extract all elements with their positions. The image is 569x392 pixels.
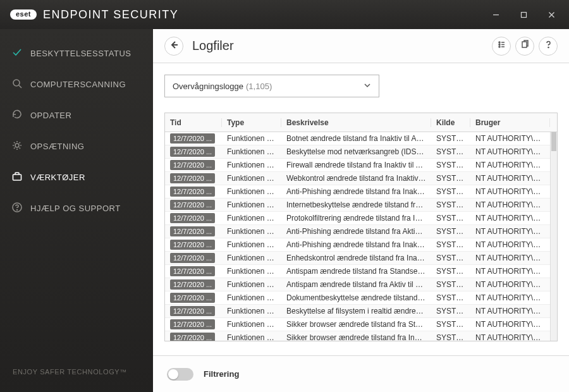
cell-beskrivelse: Beskyttelse af filsystem i realtid ændre… [281,307,431,315]
cell-beskrivelse: Webkontrol ændrede tilstand fra Inaktiv … [281,174,431,183]
cell-tid: 12/7/2020 ... [165,200,222,210]
col-beskrivelse[interactable]: Beskrivelse [281,118,431,127]
svg-point-5 [17,210,18,211]
table-row[interactable]: 12/7/2020 ...Funktionen er ...Antispam æ… [165,278,557,291]
col-type[interactable]: Type [222,118,281,127]
cell-kilde: SYSTEM [431,174,470,183]
cell-tid: 12/7/2020 ... [165,279,222,290]
svg-point-10 [548,47,548,47]
help-button[interactable] [539,37,558,56]
table-body: 12/7/2020 ...Funktionen er ...Botnet ænd… [165,132,557,341]
close-button[interactable] [537,0,565,29]
briefcase-icon [11,171,23,184]
cell-kilde: SYSTEM [431,200,470,209]
cell-tid: 12/7/2020 ... [165,333,222,341]
svg-point-1 [13,80,20,86]
filtering-toggle[interactable] [167,368,193,381]
question-icon [544,40,553,52]
sidebar-item-protection-status[interactable]: BESKYTTELSESSTATUS [0,38,153,69]
cell-kilde: SYSTEM [431,147,470,156]
cell-beskrivelse: Anti-Phishing ændrede tilstand fra Inakt… [281,240,431,249]
sidebar-item-label: VÆRKTØJER [30,173,85,182]
cell-bruger: NT AUTHORITY\SYSTEM [470,187,550,196]
arrow-left-icon [169,40,178,52]
table-header: Tid Type Beskrivelse Kilde Bruger [165,113,557,132]
cell-bruger: NT AUTHORITY\SYSTEM [470,200,550,209]
cell-type: Funktionen er ... [222,267,281,276]
cell-tid: 12/7/2020 ... [165,253,222,263]
cell-bruger: NT AUTHORITY\SYSTEM [470,161,550,169]
cell-kilde: SYSTEM [431,307,470,315]
cell-kilde: SYSTEM [431,293,470,302]
maximize-button[interactable] [510,0,537,29]
cell-bruger: NT AUTHORITY\SYSTEM [470,333,550,341]
table-row[interactable]: 12/7/2020 ...Funktionen er ...Anti-Phish… [165,225,557,238]
table-row[interactable]: 12/7/2020 ...Funktionen er ...Protokolfi… [165,212,557,225]
cell-bruger: NT AUTHORITY\SYSTEM [470,267,550,276]
cell-tid: 12/7/2020 ... [165,240,222,250]
sidebar: BESKYTTELSESSTATUS COMPUTERSCANNING OPDA… [0,29,153,392]
table-row[interactable]: 12/7/2020 ...Funktionen er ...Antispam æ… [165,265,557,278]
magnifier-icon [11,78,23,91]
cell-bruger: NT AUTHORITY\SYSTEM [470,320,550,329]
scrollbar[interactable] [550,132,557,341]
table-row[interactable]: 12/7/2020 ...Funktionen er ...Sikker bro… [165,318,557,331]
sidebar-item-label: BESKYTTELSESSTATUS [30,49,132,58]
table-row[interactable]: 12/7/2020 ...Funktionen er ...Sikker bro… [165,331,557,341]
window-titlebar: eset ENDPOINT SECURITY [0,0,569,29]
footer-bar: Filtrering [153,355,569,392]
cell-tid: 12/7/2020 ... [165,266,222,276]
cell-bruger: NT AUTHORITY\SYSTEM [470,307,550,315]
table-row[interactable]: 12/7/2020 ...Funktionen er ...Botnet ænd… [165,132,557,145]
table-row[interactable]: 12/7/2020 ...Funktionen er ...Beskyttels… [165,145,557,159]
cell-tid: 12/7/2020 ... [165,147,222,157]
copy-button[interactable] [515,37,534,56]
table-row[interactable]: 12/7/2020 ...Funktionen er ...Firewall æ… [165,159,557,172]
svg-point-7 [499,44,500,46]
cell-beskrivelse: Enhedskontrol ændrede tilstand fra Inakt… [281,254,431,262]
cell-type: Funktionen er ... [222,147,281,156]
cell-bruger: NT AUTHORITY\SYSTEM [470,174,550,183]
detail-view-button[interactable] [492,37,511,56]
cell-beskrivelse: Anti-Phishing ændrede tilstand fra Inakt… [281,187,431,196]
table-row[interactable]: 12/7/2020 ...Funktionen er ...Internetbe… [165,199,557,212]
cell-kilde: SYSTEM [431,134,470,143]
cell-tid: 12/7/2020 ... [165,226,222,236]
back-button[interactable] [164,37,183,56]
scrollbar-thumb[interactable] [551,132,556,151]
cell-bruger: NT AUTHORITY\SYSTEM [470,147,550,156]
sidebar-item-computer-scan[interactable]: COMPUTERSCANNING [0,69,153,100]
table-row[interactable]: 12/7/2020 ...Funktionen er ...Anti-Phish… [165,238,557,252]
col-bruger[interactable]: Bruger [470,118,550,127]
table-row[interactable]: 12/7/2020 ...Funktionen er ...Beskyttels… [165,305,557,318]
refresh-icon [11,109,23,122]
cell-beskrivelse: Sikker browser ændrede tilstand fra Inak… [281,333,431,341]
table-row[interactable]: 12/7/2020 ...Funktionen er ...Anti-Phish… [165,185,557,199]
sidebar-item-update[interactable]: OPDATER [0,100,153,131]
cell-beskrivelse: Botnet ændrede tilstand fra Inaktiv til … [281,134,431,143]
cell-tid: 12/7/2020 ... [165,306,222,316]
cell-kilde: SYSTEM [431,227,470,236]
log-type-select[interactable]: Overvågningslogge (1,105) [164,75,379,97]
svg-point-8 [499,46,500,47]
col-tid[interactable]: Tid [165,118,222,127]
col-kilde[interactable]: Kilde [431,118,470,127]
cell-kilde: SYSTEM [431,214,470,223]
cell-kilde: SYSTEM [431,254,470,262]
sidebar-item-help[interactable]: HJÆLP OG SUPPORT [0,193,153,224]
sidebar-item-settings[interactable]: OPSÆTNING [0,131,153,162]
cell-tid: 12/7/2020 ... [165,160,222,170]
cell-bruger: NT AUTHORITY\SYSTEM [470,254,550,262]
table-row[interactable]: 12/7/2020 ...Funktionen er ...Webkontrol… [165,172,557,185]
table-row[interactable]: 12/7/2020 ...Funktionen er ...Dokumentbe… [165,291,557,305]
table-row[interactable]: 12/7/2020 ...Funktionen er ...Enhedskont… [165,252,557,265]
sidebar-item-tools[interactable]: VÆRKTØJER [0,162,153,193]
cell-kilde: SYSTEM [431,240,470,249]
cell-beskrivelse: Antispam ændrede tilstand fra Standset m… [281,267,431,276]
svg-rect-9 [522,42,527,47]
cell-type: Funktionen er ... [222,333,281,341]
cell-kilde: SYSTEM [431,187,470,196]
cell-kilde: SYSTEM [431,267,470,276]
minimize-button[interactable] [482,0,510,29]
main-content: Logfiler Overvågningslogge (1,105) Tid T… [153,29,569,392]
